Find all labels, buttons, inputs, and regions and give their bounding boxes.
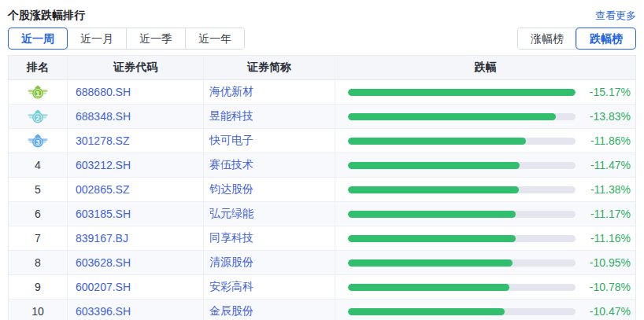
table-row: 9600207.SH安彩高科-10.78% — [9, 275, 635, 300]
drop-bar-track — [348, 113, 576, 120]
name-cell: 海优新材 — [204, 80, 335, 104]
rank-cell: 10 — [9, 300, 68, 320]
name-cell: 赛伍技术 — [204, 153, 335, 177]
stock-name-link[interactable]: 清源股份 — [209, 256, 254, 270]
table-row: 5002865.SZ钧达股份-11.38% — [9, 178, 635, 202]
drop-bar-track — [348, 211, 576, 218]
table-header-row: 排名 证券代码 证券简称 跌幅 — [9, 56, 635, 80]
drop-bar-track — [348, 186, 576, 193]
stock-code-link[interactable]: 603396.SH — [76, 305, 131, 318]
drop-percentage: -10.47% — [583, 305, 631, 318]
rank-table: 排名 证券代码 证券简称 跌幅 1688680.SH海优新材-15.17%268… — [8, 55, 636, 320]
stock-code-link[interactable]: 600207.SH — [76, 281, 131, 293]
rank-2-medal-icon: 2 — [28, 109, 48, 123]
name-cell: 清源股份 — [204, 251, 335, 274]
drop-bar-track — [348, 308, 576, 315]
drop-bar-track — [348, 138, 576, 145]
svg-text:3: 3 — [35, 138, 39, 146]
table-row: 2688348.SH昱能科技-13.83% — [9, 105, 635, 129]
tab-涨幅榜[interactable]: 涨幅榜 — [518, 28, 576, 49]
rank-number: 7 — [35, 232, 41, 245]
drop-cell: -11.38% — [335, 178, 635, 201]
tab-近一季[interactable]: 近一季 — [126, 28, 185, 49]
rank-cell: 6 — [9, 202, 68, 226]
tab-近一周[interactable]: 近一周 — [9, 28, 67, 49]
drop-percentage: -11.38% — [583, 183, 631, 196]
drop-percentage: -11.17% — [583, 208, 631, 220]
period-tab-group: 近一周近一月近一季近一年 — [8, 28, 245, 50]
code-cell: 688680.SH — [68, 80, 204, 104]
stock-code-link[interactable]: 603185.SH — [76, 208, 131, 220]
rank-number: 5 — [35, 183, 41, 196]
view-more-link[interactable]: 查看更多 — [595, 9, 636, 23]
stock-name-link[interactable]: 赛伍技术 — [209, 158, 254, 172]
drop-bar-fill — [348, 89, 576, 96]
svg-text:2: 2 — [35, 114, 39, 122]
drop-cell: -13.83% — [335, 105, 635, 128]
board-tab-group: 涨幅榜跌幅榜 — [517, 28, 636, 50]
drop-cell: -15.17% — [335, 80, 635, 104]
name-cell: 快可电子 — [204, 129, 335, 153]
table-row: 7839167.BJ同享科技-11.16% — [9, 226, 635, 251]
drop-bar-fill — [348, 284, 509, 291]
column-header-name: 证券简称 — [204, 56, 335, 79]
stock-code-link[interactable]: 688680.SH — [76, 86, 131, 98]
drop-cell: -11.86% — [335, 129, 635, 153]
column-header-drop: 跌幅 — [335, 56, 635, 79]
drop-percentage: -11.47% — [583, 159, 631, 171]
name-cell: 昱能科技 — [204, 105, 335, 128]
stock-code-link[interactable]: 301278.SZ — [76, 134, 130, 147]
table-row: 6603185.SH弘元绿能-11.17% — [9, 202, 635, 226]
stock-name-link[interactable]: 安彩高科 — [209, 280, 254, 294]
drop-cell: -10.95% — [335, 251, 635, 274]
table-row: 8603628.SH清源股份-10.95% — [9, 251, 635, 275]
tab-近一月[interactable]: 近一月 — [67, 28, 126, 49]
rank-1-medal-icon: 1 — [28, 85, 48, 99]
table-row: 1688680.SH海优新材-15.17% — [9, 80, 635, 105]
name-cell: 同享科技 — [204, 226, 335, 250]
stock-name-link[interactable]: 金辰股份 — [209, 304, 254, 318]
code-cell: 603185.SH — [68, 202, 204, 226]
tab-近一年[interactable]: 近一年 — [185, 28, 244, 49]
table-body: 1688680.SH海优新材-15.17%2688348.SH昱能科技-13.8… — [9, 80, 635, 320]
panel-header: 个股涨跌幅排行 查看更多 — [8, 0, 636, 24]
table-row: 3301278.SZ快可电子-11.86% — [9, 129, 635, 153]
code-cell: 603396.SH — [68, 300, 204, 320]
rank-3-medal-icon: 3 — [28, 134, 48, 148]
code-cell: 603212.SH — [68, 153, 204, 177]
tab-跌幅榜[interactable]: 跌幅榜 — [576, 28, 635, 49]
drop-bar-fill — [348, 162, 520, 169]
name-cell: 安彩高科 — [204, 275, 335, 299]
stock-name-link[interactable]: 弘元绿能 — [209, 207, 254, 221]
rank-number: 4 — [35, 159, 41, 171]
drop-bar-fill — [348, 113, 556, 120]
stock-code-link[interactable]: 002865.SZ — [76, 183, 130, 196]
stock-name-link[interactable]: 昱能科技 — [209, 109, 254, 123]
stock-name-link[interactable]: 同享科技 — [209, 231, 254, 245]
svg-text:1: 1 — [35, 90, 39, 97]
rank-number: 6 — [35, 208, 41, 220]
rank-cell: 4 — [9, 153, 68, 177]
drop-bar-fill — [348, 211, 516, 218]
name-cell: 钧达股份 — [204, 178, 335, 201]
code-cell: 839167.BJ — [68, 226, 204, 250]
drop-bar-track — [348, 162, 576, 169]
stock-name-link[interactable]: 快可电子 — [209, 134, 254, 148]
stock-name-link[interactable]: 海优新材 — [209, 85, 254, 99]
stock-code-link[interactable]: 603628.SH — [76, 256, 131, 269]
stock-code-link[interactable]: 839167.BJ — [76, 232, 128, 245]
rank-cell: 7 — [9, 226, 68, 250]
drop-bar-fill — [348, 259, 513, 267]
drop-bar-track — [348, 235, 576, 242]
drop-percentage: -10.95% — [583, 256, 631, 269]
toolbar: 近一周近一月近一季近一年 涨幅榜跌幅榜 — [8, 28, 636, 50]
code-cell: 002865.SZ — [68, 178, 204, 201]
stock-name-link[interactable]: 钧达股份 — [209, 182, 254, 197]
rank-number: 9 — [35, 281, 41, 293]
drop-bar-fill — [348, 186, 519, 193]
drop-bar-track — [348, 284, 576, 291]
stock-code-link[interactable]: 688348.SH — [76, 110, 131, 123]
stock-rank-panel: 个股涨跌幅排行 查看更多 近一周近一月近一季近一年 涨幅榜跌幅榜 排名 证券代码… — [8, 0, 636, 320]
stock-code-link[interactable]: 603212.SH — [76, 159, 131, 171]
code-cell: 600207.SH — [68, 275, 204, 299]
